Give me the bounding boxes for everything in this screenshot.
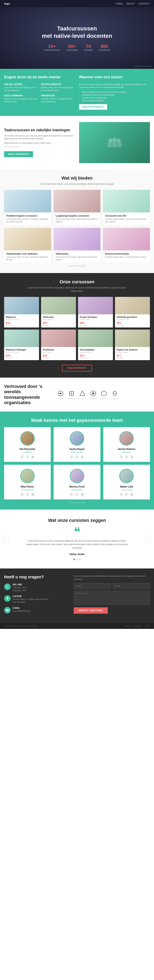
form-submit-btn[interactable]: BERICHT VERSTUREN	[74, 607, 108, 614]
nav-contact[interactable]: CONTACT	[138, 2, 150, 5]
testimonial-next[interactable]: ›	[145, 536, 151, 542]
footer-link-1[interactable]: Voorwaarden	[132, 625, 142, 627]
offer-card-4: Taaltraining Ut enim ad minim veniam, qu…	[54, 228, 101, 263]
waarom-btn[interactable]: MEER INFORMATIE	[79, 104, 107, 110]
team-header: Maak kennis met het gepassioneerde team	[4, 418, 150, 423]
testimonial-section: Wat onze cursisten zeggen ‹ › ❝ Lorem ip…	[0, 509, 154, 568]
cursus-title-0: Beginners	[6, 316, 37, 318]
feature-seminars: ONZE SEMINARS Seminars. Klik om te wijzi…	[4, 94, 38, 103]
cursus-0: Beginners Beginners niveau $18 per maand	[4, 297, 39, 328]
nav-about[interactable]: ABOUT	[127, 2, 135, 5]
offer-info-3: Taaltrainingen voor bedrijven Lorem ipsu…	[4, 250, 51, 263]
hero-attribution: Afbeelding van Freepik	[135, 65, 152, 67]
stat-teachers-num: 74	[84, 44, 93, 49]
social-li-0[interactable]: in	[31, 455, 35, 459]
zakelijk-btn[interactable]: MEER INFORMATIE	[4, 151, 33, 157]
footer-link-2[interactable]: Contact	[144, 625, 150, 627]
stat-courses-num: 50+	[66, 44, 78, 49]
cursus-per-3: per maand	[117, 325, 148, 326]
team-card-5: Walter Lilly Lorem Praxis f t in	[103, 465, 150, 500]
footer-link-0[interactable]: Privacy	[124, 625, 130, 627]
dot-1[interactable]	[76, 558, 78, 560]
social-fb-3[interactable]: f	[20, 492, 24, 496]
contact-inner: Heeft u nog vragen? BEL ONE (702) 560 - …	[4, 574, 150, 617]
form-email-input[interactable]	[113, 583, 150, 589]
offer-img-4	[54, 228, 101, 250]
social-li-2[interactable]: in	[130, 455, 134, 459]
social-li-4[interactable]: in	[80, 492, 84, 496]
team-role-5: Lorem Praxis	[106, 489, 148, 491]
logo-item-4: CONTACT	[100, 390, 108, 399]
team-name-1: Sasha Rayne	[56, 448, 98, 450]
wat-attr: Afbeelding van Freepik	[4, 265, 150, 267]
contact-title: Heeft u nog vragen?	[4, 574, 68, 579]
email-icon	[4, 607, 11, 614]
vertrouwd-section: Vertrouwd door 's werelds toonaangevende…	[0, 378, 154, 412]
cursus-2: Groeps leerlingen Groeps niveau $38 per …	[78, 297, 113, 328]
stat-teachers: 74 Leraren	[84, 44, 93, 51]
social-tw-5[interactable]: t	[124, 492, 129, 496]
cursus-info-1: Online lees Online niveau $45 per maand	[41, 314, 76, 328]
team-image-svg	[106, 137, 123, 149]
avatar-5	[119, 469, 134, 483]
social-tw-0[interactable]: t	[25, 455, 30, 459]
waarom-title: Waarom voor ons kiezen	[79, 75, 150, 79]
cursus-img-6	[78, 329, 113, 347]
logo-item-1: CONTACT	[68, 390, 75, 399]
logo-item-3: CONTACT	[89, 390, 97, 399]
social-tw-4[interactable]: t	[75, 492, 79, 496]
social-fb-1[interactable]: f	[70, 455, 74, 459]
logo-icon-1	[68, 390, 75, 397]
social-fb-2[interactable]: f	[119, 455, 123, 459]
logo-icon-5	[111, 390, 119, 397]
testimonial-dots	[4, 558, 150, 560]
social-li-1[interactable]: in	[80, 455, 84, 459]
offer-card-1: Langdurige Engelse cursussen Ut enim ad …	[54, 190, 101, 225]
social-fb-4[interactable]: f	[70, 492, 74, 496]
testimonial-prev[interactable]: ‹	[3, 536, 9, 542]
cursussen-btn[interactable]: MEER INFORMATIE	[62, 365, 92, 371]
waarom-item-3: Op de nieuwste technieken	[79, 100, 150, 102]
svg-point-10	[92, 392, 94, 395]
cursus-price-2: $38	[80, 321, 111, 325]
features-section: Engels leren op de beste manier ONLINE L…	[0, 69, 154, 116]
social-tw-1[interactable]: t	[75, 455, 79, 459]
stat-students: 80k Studenten	[99, 44, 110, 51]
logos-row: CONTACT CONTACT CONTACT CONTACT	[57, 390, 150, 399]
contact-location: LOCATIE 56 Rock Street, St. Asthma, New …	[4, 595, 68, 604]
social-tw-3[interactable]: t	[25, 492, 30, 496]
feature-seminars-desc: Seminars. Klik om te wijzigen. Klik om d…	[4, 98, 38, 103]
team-name-2: Jennie Roberts	[106, 448, 148, 450]
nav: HOME ABOUT CONTACT	[116, 2, 150, 5]
dot-0[interactable]	[73, 558, 75, 560]
social-fb-5[interactable]: f	[119, 492, 123, 496]
feature-online-title: ONLINE LESSEN	[4, 83, 38, 86]
social-icons-2: f t in	[106, 455, 148, 459]
zakelijk-text: Taalcursussen en zakelijke trainingen Ve…	[4, 128, 75, 157]
offer-card-5: Examenvoorbereiding Et dolore magna aliq…	[103, 228, 150, 263]
cursus-info-6: Trok dezijnigen Speciaal niveau $19 per …	[78, 347, 113, 360]
social-fb-0[interactable]: f	[20, 455, 24, 459]
social-li-3[interactable]: in	[31, 492, 35, 496]
form-name-row	[74, 583, 150, 589]
form-name-input[interactable]	[74, 583, 111, 589]
social-li-5[interactable]: in	[130, 492, 134, 496]
hero-title: Taalcursussenmet native-level docenten	[42, 25, 112, 40]
cursus-title-6: Trok dezijnigen	[80, 348, 111, 351]
cursus-title-2: Groeps leerlingen	[80, 316, 111, 318]
dot-2[interactable]	[79, 558, 81, 560]
feature-online: ONLINE LESSEN Leer online. Klik om te wi…	[4, 83, 38, 92]
avatar-1	[70, 431, 84, 445]
contact-email-val: yourmail@email.com	[13, 610, 30, 612]
cursus-7: Engels voor kinderen Kinderen niveau $17…	[115, 329, 150, 360]
waarom-item-1: Jarenlange ervaring in het taalonderwijs	[79, 94, 150, 96]
cursus-level-6: Speciaal niveau	[80, 351, 111, 353]
cursus-info-5: Privélessen Privé niveau $22 per maand	[41, 347, 76, 360]
nav-home[interactable]: HOME	[116, 2, 123, 5]
offer-desc-3: Lorem ipsum dolor sit amet, consectetur …	[6, 256, 49, 261]
social-icons-0: f t in	[6, 455, 48, 459]
logo-item-5: CONTACT	[111, 390, 119, 399]
form-message-input[interactable]	[74, 590, 150, 605]
cursus-price-7: $17	[117, 354, 148, 357]
social-tw-2[interactable]: t	[124, 455, 129, 459]
